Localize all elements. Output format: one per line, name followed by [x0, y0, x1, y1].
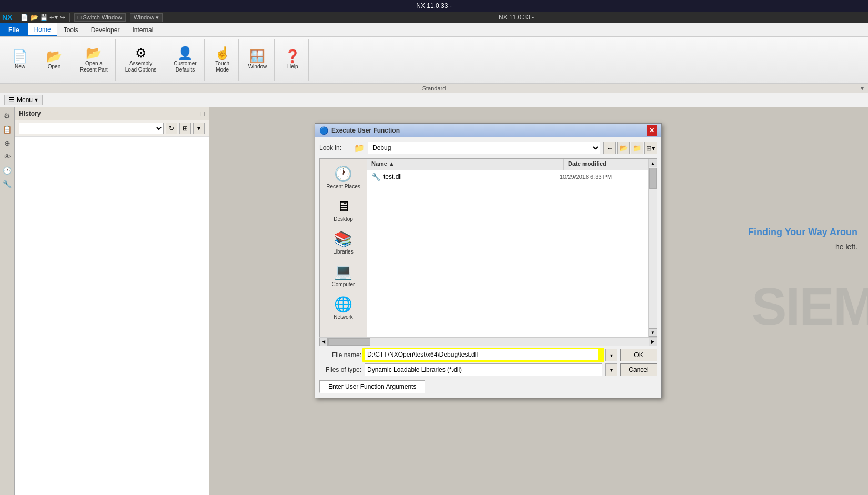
menu-bar: File Home Tools Developer Internal	[0, 23, 868, 37]
sidebar-icon-clipboard[interactable]: 📋	[1, 123, 14, 136]
hscroll-right-button[interactable]: ▶	[649, 338, 657, 346]
filename-label: File name:	[319, 351, 361, 359]
nx-bar: NX 📄 📂 💾 ↩▾ ↪ □ Switch Window Window ▾ N…	[0, 12, 868, 23]
redo-icon[interactable]: ↪	[60, 14, 65, 21]
left-sidebar: ⚙ 📋 ⊕ 👁 🕐 🔧	[0, 107, 15, 495]
help-ribbon-button[interactable]: ❓ Help	[281, 48, 304, 72]
open-label: Open	[48, 64, 60, 70]
sidebar-icon-assembly[interactable]: ⊕	[1, 137, 14, 149]
history-refresh-button[interactable]: ↻	[166, 123, 177, 134]
nx-title: NX 11.0.33 -	[167, 14, 866, 21]
nx-logo: NX	[2, 13, 12, 22]
filename-input[interactable]	[365, 349, 598, 360]
history-dropdown[interactable]	[19, 123, 164, 134]
window-ribbon-button[interactable]: 🪟 Window	[245, 48, 270, 72]
desktop-icon: 🖥	[336, 198, 351, 215]
file-menu-tab[interactable]: File	[0, 23, 28, 36]
open-recent-icon: 📂	[86, 47, 102, 59]
title-bar: NX 11.0.33 -	[0, 0, 868, 12]
history-view-button[interactable]: ⊞	[179, 123, 191, 134]
scrollbar-up-button[interactable]: ▲	[649, 159, 657, 167]
hscroll-track	[328, 338, 649, 346]
place-network[interactable]: 🌐 Network	[321, 294, 366, 322]
col-header-name: Name ▲	[367, 159, 564, 170]
look-in-dropdown[interactable]: Debug	[368, 142, 600, 154]
developer-menu-tab[interactable]: Developer	[85, 23, 126, 36]
scrollbar-track	[649, 167, 657, 328]
col-header-date: Date modified	[564, 159, 648, 170]
open-ribbon-button[interactable]: 📂 Open	[43, 48, 66, 72]
sidebar-icon-history[interactable]: 🕐	[1, 164, 14, 177]
dialog-body: Look in: 📁 Debug ← 📂 📁 ⊞▾	[315, 137, 661, 398]
place-libraries[interactable]: 📚 Libraries	[321, 228, 366, 257]
place-desktop[interactable]: 🖥 Desktop	[321, 196, 366, 224]
cancel-button[interactable]: Cancel	[620, 363, 657, 376]
hscroll-left-button[interactable]: ◀	[319, 338, 328, 346]
computer-label: Computer	[332, 281, 355, 287]
finding-text: Finding Your Way Aroun	[748, 227, 857, 238]
file-list-scrollbar[interactable]: ▲ ▼	[648, 159, 657, 337]
ok-button[interactable]: OK	[620, 349, 657, 361]
home-menu-tab[interactable]: Home	[28, 23, 57, 36]
filetype-dropdown-button[interactable]: ▾	[605, 363, 617, 376]
nx-toolbar-icons: 📄 📂 💾 ↩▾ ↪	[21, 14, 65, 21]
filename-dropdown-button[interactable]: ▾	[605, 349, 617, 361]
siemens-bg-text: SIEME	[752, 276, 868, 336]
place-computer[interactable]: 💻 Computer	[321, 261, 366, 289]
undo-dropdown-icon[interactable]: ↩▾	[49, 14, 58, 21]
history-collapse-button[interactable]: □	[200, 109, 205, 118]
toolbar-area: ☰ Menu ▾	[0, 93, 868, 107]
history-header: History □	[15, 107, 209, 120]
sidebar-icon-view[interactable]: 👁	[1, 150, 14, 163]
tools-menu-tab[interactable]: Tools	[57, 23, 85, 36]
history-options-button[interactable]: ▾	[193, 123, 205, 134]
dialog-icon: 🔵	[319, 126, 328, 135]
scrollbar-thumb[interactable]	[649, 168, 657, 189]
scrollbar-down-button[interactable]: ▼	[649, 328, 657, 337]
sidebar-icon-tools[interactable]: 🔧	[1, 178, 14, 190]
new-ribbon-button[interactable]: 📄 New	[8, 48, 32, 72]
save-icon[interactable]: 💾	[40, 14, 48, 21]
switch-window-button[interactable]: □ Switch Window	[74, 13, 126, 22]
place-recent-places[interactable]: 🕐 Recent Places	[321, 163, 366, 191]
look-in-back-button[interactable]: ←	[603, 142, 616, 154]
look-in-up-button[interactable]: 📂	[617, 142, 630, 154]
horizontal-scrollbar[interactable]: ◀ ▶	[319, 337, 657, 346]
look-in-newfolder-button[interactable]: 📁	[631, 142, 643, 154]
touch-mode-ribbon-button[interactable]: ☝ Touch Mode	[211, 45, 234, 75]
dialog-title: Execute User Function	[331, 127, 400, 134]
ribbon-expand-button[interactable]: ▾	[861, 85, 864, 92]
new-file-icon[interactable]: 📄	[21, 14, 28, 21]
assembly-load-ribbon-button[interactable]: ⚙ Assembly Load Options	[122, 45, 160, 75]
internal-menu-tab[interactable]: Internal	[126, 23, 159, 36]
window-ribbon-label: Window	[248, 64, 267, 70]
assembly-load-label: Assembly Load Options	[125, 60, 157, 73]
dialog-close-button[interactable]: ✕	[647, 125, 657, 136]
network-label: Network	[334, 314, 353, 320]
customer-defaults-icon: 👤	[177, 47, 193, 59]
filetype-dropdown[interactable]: Dynamic Loadable Libraries (*.dll)	[365, 363, 602, 376]
dialog-titlebar: 🔵 Execute User Function ✕	[315, 124, 661, 137]
file-list-area: Name ▲ Date modified 🔧 test.dll 10/29/20…	[367, 159, 648, 337]
look-in-views-button[interactable]: ⊞▾	[644, 142, 657, 154]
table-row[interactable]: 🔧 test.dll 10/29/2018 6:33 PM	[367, 170, 648, 183]
assembly-load-icon: ⚙	[135, 47, 147, 59]
sidebar-icon-settings[interactable]: ⚙	[1, 109, 14, 122]
open-file-icon[interactable]: 📂	[31, 14, 38, 21]
customer-defaults-ribbon-button[interactable]: 👤 Customer Defaults	[170, 45, 199, 75]
customer-defaults-label: Customer Defaults	[174, 60, 196, 73]
hscroll-thumb[interactable]	[328, 338, 370, 346]
help-label: Help	[287, 64, 298, 70]
look-in-label: Look in:	[319, 144, 351, 151]
menu-button[interactable]: ☰ Menu ▾	[4, 95, 43, 105]
ribbon-customer-group: 👤 Customer Defaults	[166, 39, 204, 81]
tab-user-function-args[interactable]: Enter User Function Arguments	[319, 380, 425, 393]
window-ribbon-icon: 🪟	[249, 50, 265, 63]
file-name: test.dll	[383, 173, 560, 180]
window-button[interactable]: Window ▾	[130, 13, 163, 22]
open-recent-ribbon-button[interactable]: 📂 Open a Recent Part	[77, 45, 111, 75]
separator	[69, 13, 70, 22]
ribbon-help-group: ❓ Help	[277, 39, 309, 81]
window-icon: □	[78, 14, 82, 21]
new-icon: 📄	[12, 50, 28, 63]
